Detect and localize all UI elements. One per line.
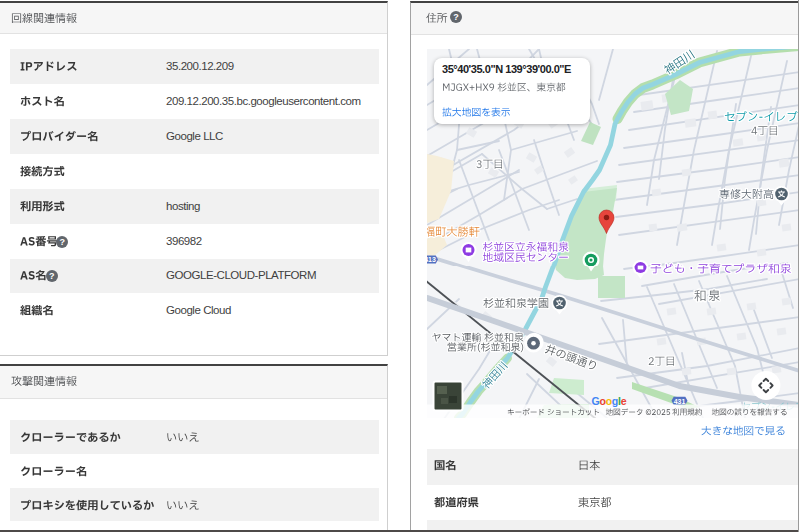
svg-text:431: 431 <box>673 397 685 404</box>
svg-text:413: 413 <box>427 256 436 263</box>
svg-text:Google: Google <box>591 395 626 407</box>
